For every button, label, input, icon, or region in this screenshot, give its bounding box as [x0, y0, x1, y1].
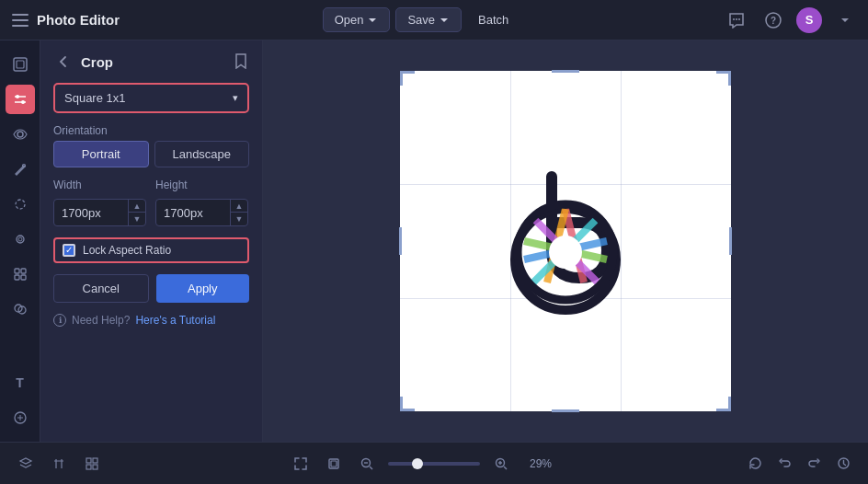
width-up-button[interactable]: ▲: [129, 200, 145, 213]
sidebar-item-adjust[interactable]: [6, 85, 35, 114]
svg-rect-21: [21, 275, 26, 280]
svg-line-36: [370, 467, 372, 469]
svg-point-16: [17, 236, 24, 243]
width-down-button[interactable]: ▼: [129, 213, 145, 225]
svg-rect-33: [331, 461, 337, 467]
height-input-wrap: ▲ ▼: [155, 199, 248, 226]
orientation-row: Portrait Landscape: [53, 141, 249, 167]
crop-handle-br[interactable]: [716, 397, 731, 411]
lock-aspect-ratio-row[interactable]: ✓ Lock Aspect Ratio: [53, 237, 249, 263]
tutorial-link[interactable]: Here's a Tutorial: [135, 314, 215, 327]
sidebar-item-layers[interactable]: [6, 50, 35, 79]
crop-handle-tl[interactable]: [400, 71, 415, 86]
refresh-icon[interactable]: [743, 452, 767, 476]
help-info-icon: ℹ: [53, 314, 66, 327]
crop-panel: Crop Square 1x1 ▾ Orientation Portrait L…: [40, 40, 263, 442]
height-up-button[interactable]: ▲: [231, 200, 247, 213]
sidebar-item-stamp[interactable]: [6, 225, 35, 254]
crop-handle-bottom[interactable]: [552, 409, 579, 412]
help-text: Need Help?: [72, 314, 130, 327]
svg-point-14: [17, 132, 23, 137]
svg-rect-1: [12, 19, 29, 21]
panel-header-left: Crop: [53, 52, 113, 72]
topbar: Photo Editor Open Save Batch ?: [0, 0, 868, 40]
help-icon[interactable]: ?: [760, 6, 787, 34]
svg-point-12: [16, 95, 19, 98]
width-input-wrap: ▲ ▼: [53, 199, 146, 226]
grid-bottom-icon[interactable]: [79, 451, 105, 477]
orientation-section: Orientation Portrait Landscape: [53, 124, 249, 167]
main-layout: T Crop: [0, 40, 868, 442]
batch-button[interactable]: Batch: [467, 8, 520, 31]
chevron-down-icon[interactable]: [831, 6, 859, 34]
lock-aspect-label: Lock Aspect Ratio: [83, 244, 171, 257]
width-spinners: ▲ ▼: [128, 200, 145, 225]
topbar-center: Open Save Batch: [323, 7, 520, 32]
dropdown-arrow-icon: ▾: [233, 92, 238, 104]
history-bottom-icon[interactable]: [46, 451, 72, 477]
svg-rect-30: [86, 465, 91, 469]
sidebar-item-grid[interactable]: [6, 259, 35, 289]
crop-handle-right[interactable]: [729, 227, 732, 255]
bottombar-center: 29%: [105, 452, 743, 476]
menu-icon[interactable]: [9, 9, 31, 31]
history-icon[interactable]: [831, 452, 855, 476]
width-label: Width: [53, 179, 146, 191]
sidebar-item-lasso[interactable]: [6, 190, 35, 219]
crop-handle-bl[interactable]: [400, 397, 415, 411]
crop-overlay[interactable]: [400, 71, 731, 411]
sidebar-item-text[interactable]: T: [6, 368, 35, 398]
svg-text:?: ?: [771, 16, 776, 26]
height-down-button[interactable]: ▼: [231, 213, 247, 225]
svg-rect-20: [15, 275, 19, 280]
sidebar-item-effects[interactable]: [6, 294, 35, 324]
checkbox-check-icon: ✓: [65, 246, 73, 255]
action-buttons: Cancel Apply: [53, 274, 249, 303]
back-button[interactable]: [53, 52, 74, 72]
orientation-label: Orientation: [53, 124, 249, 137]
layers-bottom-icon[interactable]: [13, 451, 39, 477]
portrait-button[interactable]: Portrait: [53, 141, 149, 167]
svg-rect-18: [15, 269, 19, 273]
height-label: Height: [155, 179, 248, 191]
apply-button[interactable]: Apply: [156, 274, 250, 303]
svg-line-40: [504, 467, 507, 469]
bottombar-left: [13, 451, 105, 477]
open-button[interactable]: Open: [323, 7, 391, 32]
redo-icon[interactable]: [802, 452, 826, 476]
panel-bookmark-icon[interactable]: [233, 52, 249, 72]
panel-title: Crop: [81, 54, 113, 70]
fit-view-button[interactable]: [289, 452, 313, 476]
canvas-image: [400, 71, 731, 411]
undo-icon[interactable]: [772, 452, 796, 476]
crop-handle-top[interactable]: [552, 70, 579, 73]
chat-icon[interactable]: [723, 6, 750, 34]
crop-handle-left[interactable]: [399, 227, 402, 255]
landscape-button[interactable]: Landscape: [154, 141, 250, 167]
lock-aspect-checkbox[interactable]: ✓: [63, 244, 75, 257]
svg-rect-8: [14, 58, 27, 71]
cancel-button[interactable]: Cancel: [53, 274, 149, 303]
height-input[interactable]: [156, 202, 230, 225]
zoom-slider[interactable]: [388, 462, 480, 466]
zoom-in-button[interactable]: [489, 452, 513, 476]
svg-point-3: [733, 18, 735, 20]
save-button[interactable]: Save: [395, 7, 462, 32]
topbar-right: ? S: [723, 6, 859, 34]
crop-handle-tr[interactable]: [716, 71, 731, 86]
help-row: ℹ Need Help? Here's a Tutorial: [53, 314, 249, 327]
sidebar-item-filter[interactable]: [6, 403, 35, 432]
sidebar-item-brush[interactable]: [6, 155, 35, 184]
actual-size-button[interactable]: [322, 452, 346, 476]
zoom-out-button[interactable]: [355, 452, 379, 476]
panel-header: Crop: [40, 40, 262, 83]
svg-point-5: [738, 18, 740, 20]
avatar[interactable]: S: [796, 7, 822, 33]
width-input[interactable]: [54, 202, 128, 225]
sidebar-item-view[interactable]: [6, 120, 35, 149]
bottombar-right: [743, 452, 855, 476]
canvas-area: [263, 40, 868, 442]
aspect-ratio-dropdown[interactable]: Square 1x1 ▾: [53, 83, 249, 113]
panel-body: Square 1x1 ▾ Orientation Portrait Landsc…: [40, 83, 262, 340]
svg-point-4: [736, 18, 737, 20]
